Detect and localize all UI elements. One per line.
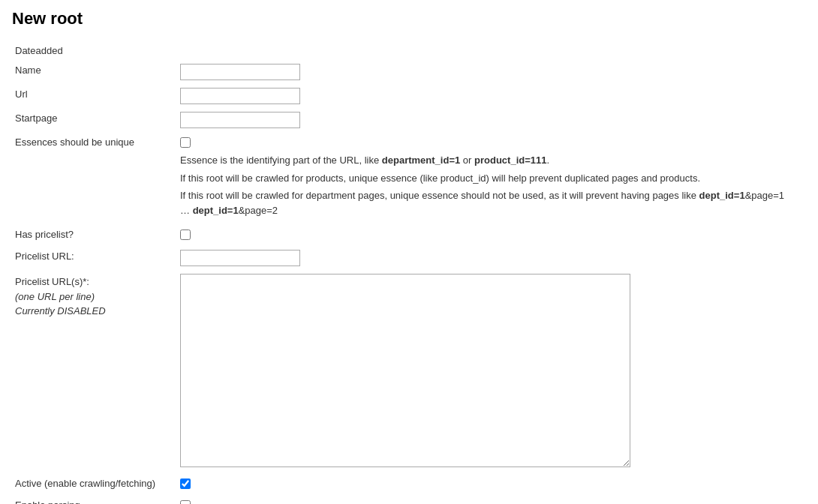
has-pricelist-checkbox[interactable]: [180, 230, 191, 240]
url-input[interactable]: [180, 88, 300, 104]
dateadded-label: Dateadded: [12, 40, 177, 60]
active-checkbox[interactable]: [180, 478, 191, 489]
pricelist-url-input[interactable]: [180, 250, 300, 266]
currently-disabled-label: Currently DISABLED: [15, 304, 174, 319]
startpage-input[interactable]: [180, 112, 300, 128]
pricelist-urls-sublabel1: (one URL per line): [15, 290, 174, 304]
name-input[interactable]: [180, 64, 300, 80]
enable-parsing-checkbox[interactable]: [180, 500, 191, 504]
pricelist-urls-textarea[interactable]: [180, 274, 630, 467]
startpage-label: Startpage: [12, 108, 177, 132]
has-pricelist-label: Has pricelist?: [12, 224, 177, 246]
pricelist-urls-label: Pricelist URL(s)*:: [15, 274, 174, 290]
pricelist-urls-label-cell: Pricelist URL(s)*: (one URL per line) Cu…: [12, 270, 177, 473]
essences-unique-label: Essences should be unique: [12, 132, 177, 224]
active-label: Active (enable crawling/fetching): [12, 473, 177, 495]
page-title: New root: [12, 9, 806, 28]
enable-parsing-label: Enable parsing: [12, 495, 177, 504]
pricelist-url-label: Pricelist URL:: [12, 246, 177, 270]
name-label: Name: [12, 60, 177, 84]
essences-unique-checkbox[interactable]: [180, 137, 191, 148]
essence-description: Essence is the identifying part of the U…: [180, 153, 795, 218]
url-label: Url: [12, 84, 177, 108]
